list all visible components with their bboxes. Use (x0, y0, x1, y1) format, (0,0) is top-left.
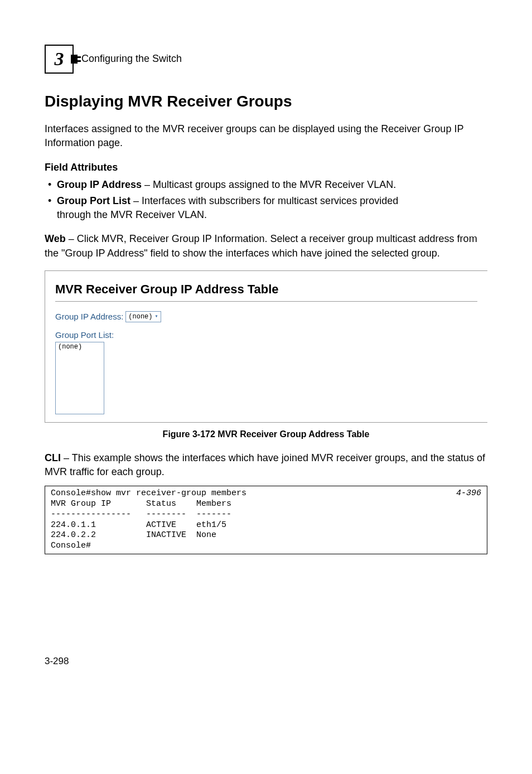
list-item: Group Port List – Interfaces with subscr… (45, 194, 487, 222)
web-text: – Click MVR, Receiver Group IP Informati… (45, 233, 477, 258)
figure-panel: MVR Receiver Group IP Address Table Grou… (45, 270, 487, 423)
bullet-text: – Multicast groups assigned to the MVR R… (142, 179, 396, 190)
web-label: Web (45, 233, 66, 244)
chapter-number: 3 (55, 46, 64, 72)
figure-panel-title: MVR Receiver Group IP Address Table (55, 281, 477, 298)
cli-line: 224.0.2.2 INACTIVE None (51, 530, 216, 540)
port-list-box[interactable]: (none) (55, 342, 104, 414)
section-title: Displaying MVR Receiver Groups (45, 90, 487, 112)
chapter-icon: 3 (45, 45, 74, 74)
cli-line: MVR Group IP Status Members (51, 499, 231, 509)
cli-output-box: 4-396Console#show mvr receiver-group mem… (45, 486, 487, 554)
figure-caption: Figure 3-172 MVR Receiver Group Address … (45, 428, 487, 441)
divider (55, 301, 477, 302)
plug-icon (71, 55, 78, 64)
group-ip-label: Group IP Address: (55, 311, 123, 322)
list-item: Group IP Address – Multicast groups assi… (45, 178, 487, 192)
cli-paragraph: CLI – This example shows the interfaces … (45, 451, 487, 479)
field-attributes-list: Group IP Address – Multicast groups assi… (45, 178, 487, 222)
cli-line: Console# (51, 541, 91, 550)
cli-line: ---------------- -------- ------- (51, 510, 231, 519)
cli-text: – This example shows the interfaces whic… (45, 452, 485, 477)
bullet-label: Group IP Address (57, 179, 142, 190)
cli-label: CLI (45, 452, 61, 463)
bullet-continuation: through the MVR Receiver VLAN. (57, 208, 487, 222)
breadcrumb: Configuring the Switch (81, 52, 182, 66)
group-ip-value: (none) (128, 312, 152, 322)
group-ip-dropdown[interactable]: (none) ▾ (125, 311, 161, 322)
intro-paragraph: Interfaces assigned to the MVR receiver … (45, 122, 487, 150)
port-list-label: Group Port List: (55, 329, 477, 341)
cli-page-ref: 4-396 (456, 488, 481, 499)
field-attributes-heading: Field Attributes (45, 161, 487, 175)
page-number: 3-298 (45, 655, 487, 668)
port-list-value: (none) (58, 343, 82, 351)
cli-line: Console#show mvr receiver-group members (51, 488, 246, 498)
page-header: 3 Configuring the Switch (45, 45, 487, 74)
web-paragraph: Web – Click MVR, Receiver Group IP Infor… (45, 232, 487, 260)
group-ip-row: Group IP Address: (none) ▾ (55, 311, 477, 322)
bullet-text: – Interfaces with subscribers for multic… (130, 195, 398, 206)
chevron-down-icon: ▾ (155, 313, 158, 321)
bullet-label: Group Port List (57, 195, 130, 206)
cli-line: 224.0.1.1 ACTIVE eth1/5 (51, 520, 226, 530)
